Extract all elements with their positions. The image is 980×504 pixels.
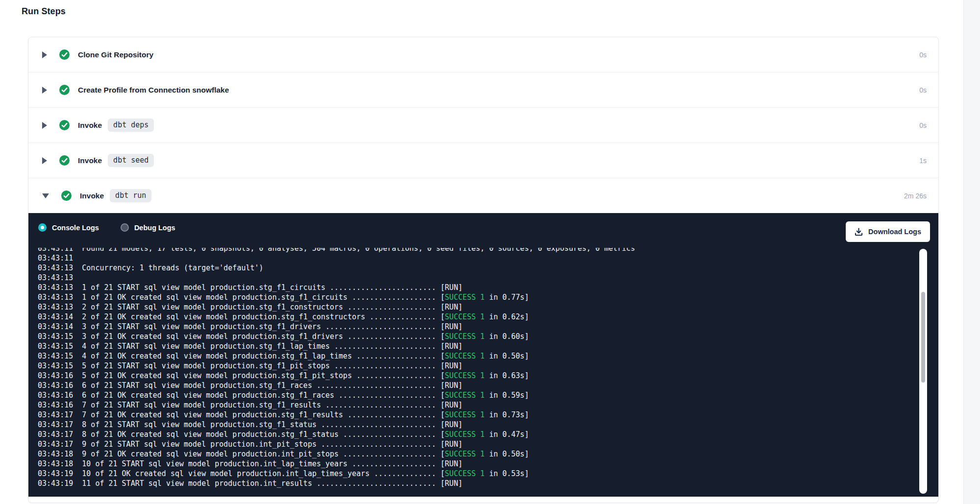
- log-tab-debug-logs[interactable]: Debug Logs: [121, 223, 175, 232]
- log-line: 03:43:17 8 of 21 START sql view model pr…: [38, 420, 938, 430]
- console-scrollbar-thumb[interactable]: [921, 292, 925, 383]
- log-line: 03:43:13: [38, 273, 938, 283]
- chevron-right-icon[interactable]: [42, 87, 47, 94]
- console-log-lines: 03:43:11 Found 21 models, 17 tests, 0 sn…: [38, 248, 938, 488]
- step-duration: 0s: [919, 121, 927, 129]
- step-label: Create Profile from Connection snowflake: [78, 86, 229, 95]
- step-label: Clone Git Repository: [78, 50, 153, 59]
- download-logs-label: Download Logs: [868, 228, 921, 236]
- run-step-row[interactable]: Invokedbt seed1s: [28, 143, 938, 178]
- console-toolbar: Console LogsDebug Logs: [28, 213, 938, 232]
- log-line: 03:43:14 3 of 21 START sql view model pr…: [38, 322, 938, 332]
- download-icon: [855, 228, 863, 236]
- log-line: 03:43:16 6 of 21 OK created sql view mod…: [38, 390, 938, 400]
- log-tab-group: Console LogsDebug Logs: [38, 223, 175, 232]
- log-line: 03:43:13 1 of 21 START sql view model pr…: [38, 283, 938, 292]
- chevron-right-icon[interactable]: [42, 157, 47, 164]
- log-tab-label: Console Logs: [52, 224, 99, 232]
- run-steps-list: Clone Git Repository0s Create Profile fr…: [28, 37, 938, 213]
- console-log-view: 03:43:11 Found 21 models, 17 tests, 0 sn…: [28, 248, 938, 497]
- step-label: Invoke: [80, 192, 104, 200]
- run-steps-card: Clone Git Repository0s Create Profile fr…: [28, 37, 939, 503]
- log-line: 03:43:19 11 of 21 START sql view model p…: [38, 479, 938, 488]
- page-right-gutter: [963, 0, 980, 504]
- step-duration: 1s: [919, 157, 927, 165]
- log-line: 03:43:18 9 of 21 OK created sql view mod…: [38, 449, 938, 459]
- log-line: 03:43:16 6 of 21 START sql view model pr…: [38, 381, 938, 390]
- radio-selected-icon: [38, 223, 47, 232]
- success-check-icon: [61, 191, 72, 201]
- log-tab-label: Debug Logs: [134, 224, 175, 232]
- log-line: 03:43:18 10 of 21 START sql view model p…: [38, 459, 938, 469]
- step-command-badge: dbt seed: [108, 154, 154, 167]
- download-logs-button[interactable]: Download Logs: [846, 221, 930, 242]
- step-duration: 0s: [919, 51, 927, 59]
- log-line: 03:43:16 5 of 21 OK created sql view mod…: [38, 371, 938, 381]
- run-step-row[interactable]: Create Profile from Connection snowflake…: [28, 72, 938, 108]
- log-line: 03:43:15 3 of 21 OK created sql view mod…: [38, 332, 938, 341]
- log-line: 03:43:17 7 of 21 OK created sql view mod…: [38, 410, 938, 420]
- console-scrollbar-track[interactable]: [919, 249, 927, 494]
- log-line: 03:43:16 7 of 21 START sql view model pr…: [38, 400, 938, 410]
- step-duration: 2m 26s: [904, 192, 927, 200]
- chevron-right-icon[interactable]: [42, 51, 47, 58]
- chevron-right-icon[interactable]: [42, 122, 47, 129]
- log-line: 03:43:14 2 of 21 OK created sql view mod…: [38, 312, 938, 322]
- success-check-icon: [59, 49, 70, 60]
- step-command-badge: dbt run: [110, 189, 151, 202]
- run-step-row[interactable]: Invokedbt run2m 26s: [28, 178, 938, 213]
- radio-unselected-icon: [121, 223, 129, 232]
- step-command-badge: dbt deps: [108, 119, 154, 132]
- step-duration: 0s: [919, 86, 927, 94]
- console-panel: Console LogsDebug Logs Download Logs 03:…: [28, 213, 938, 497]
- success-check-icon: [59, 155, 70, 166]
- success-check-icon: [59, 120, 70, 130]
- step-label: Invoke: [78, 156, 102, 165]
- log-line: 03:43:13 1 of 21 OK created sql view mod…: [38, 292, 938, 302]
- log-line: 03:43:11 Found 21 models, 17 tests, 0 sn…: [38, 248, 938, 253]
- log-line: 03:43:13 Concurrency: 1 threads (target=…: [38, 263, 938, 273]
- log-line: 03:43:13 2 of 21 START sql view model pr…: [38, 302, 938, 312]
- log-line: 03:43:17 8 of 21 OK created sql view mod…: [38, 430, 938, 439]
- log-line: 03:43:19 10 of 21 OK created sql view mo…: [38, 469, 938, 479]
- log-tab-console-logs[interactable]: Console Logs: [38, 223, 99, 232]
- step-label: Invoke: [78, 121, 102, 130]
- run-step-row[interactable]: Clone Git Repository0s: [28, 37, 938, 72]
- chevron-down-icon[interactable]: [42, 193, 49, 198]
- log-line: 03:43:17 9 of 21 START sql view model pr…: [38, 439, 938, 449]
- log-line: 03:43:11: [38, 253, 938, 263]
- log-line: 03:43:15 4 of 21 START sql view model pr…: [38, 341, 938, 351]
- success-check-icon: [59, 85, 70, 95]
- log-line: 03:43:15 5 of 21 START sql view model pr…: [38, 361, 938, 371]
- page-title: Run Steps: [22, 6, 66, 17]
- run-step-row[interactable]: Invokedbt deps0s: [28, 108, 938, 143]
- log-line: 03:43:15 4 of 21 OK created sql view mod…: [38, 351, 938, 361]
